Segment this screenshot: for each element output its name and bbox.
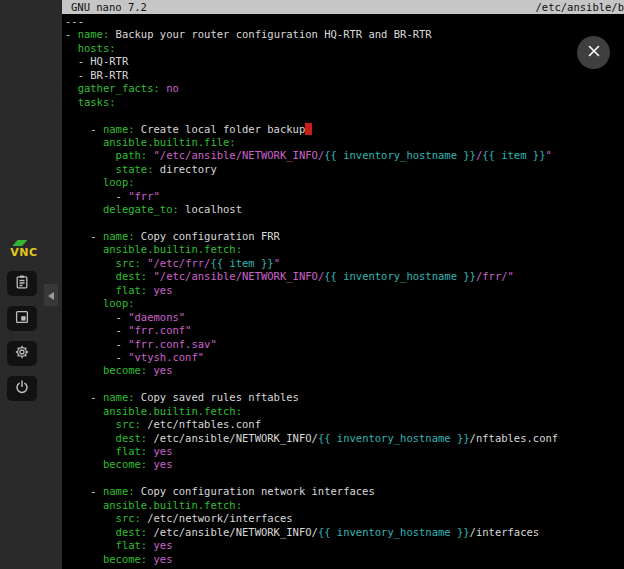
code-segment	[65, 526, 116, 538]
close-button[interactable]	[577, 36, 610, 69]
code-segment: src:	[116, 512, 141, 524]
code-line[interactable]: - name: Create local folder backup	[65, 123, 624, 136]
code-segment: "daemons"	[128, 311, 185, 323]
code-line[interactable]	[65, 109, 624, 122]
code-segment: become:	[103, 364, 147, 376]
code-segment: dest:	[116, 432, 148, 444]
code-segment	[65, 445, 116, 457]
code-segment: -	[65, 230, 103, 242]
code-line[interactable]: hosts:	[65, 42, 624, 55]
code-segment: {{ inventory_hostname }}	[324, 270, 476, 282]
code-line[interactable]: become: yes	[65, 553, 624, 566]
code-segment: yes	[154, 364, 173, 376]
code-segment: /etc/ansible/NETWORK_INFO/	[147, 526, 318, 538]
code-segment: "frr"	[128, 190, 160, 202]
code-segment: flat:	[116, 445, 148, 457]
code-line[interactable]: gather_facts: no	[65, 82, 624, 95]
code-segment: /etc/nftables.conf	[141, 418, 261, 430]
code-line[interactable]: ansible.builtin.fetch:	[65, 405, 624, 418]
code-segment: name:	[103, 391, 135, 403]
code-line[interactable]: loop:	[65, 176, 624, 189]
code-segment: localhost	[179, 203, 242, 215]
editor-content[interactable]: ---- name: Backup your router configurat…	[62, 14, 624, 566]
code-line[interactable]: - "daemons"	[65, 311, 624, 324]
code-line[interactable]: src: /etc/nftables.conf	[65, 418, 624, 431]
nano-version: GNU nano 7.2	[71, 0, 147, 14]
clipboard-button[interactable]	[7, 271, 37, 296]
power-button[interactable]	[7, 376, 37, 401]
code-segment: directory	[154, 163, 217, 175]
code-segment: ansible.builtin.fetch:	[103, 405, 242, 417]
code-segment: loop:	[103, 176, 135, 188]
code-line[interactable]: state: directory	[65, 163, 624, 176]
code-segment: ansible.builtin.file:	[103, 136, 236, 148]
code-line[interactable]: src: /etc/network/interfaces	[65, 512, 624, 525]
code-segment: state:	[116, 163, 154, 175]
code-segment: {{ item }}	[210, 257, 273, 269]
code-segment: {{ inventory_hostname }}	[318, 526, 470, 538]
code-segment: -	[65, 311, 128, 323]
code-line[interactable]: ---	[65, 15, 624, 28]
fullscreen-button[interactable]	[7, 306, 37, 331]
code-segment	[65, 42, 78, 54]
code-line[interactable]: ansible.builtin.file:	[65, 136, 624, 149]
code-line[interactable]: path: "/etc/ansible/NETWORK_INFO/{{ inve…	[65, 149, 624, 162]
code-line[interactable]: - "vtysh.conf"	[65, 351, 624, 364]
code-segment: flat:	[116, 284, 148, 296]
code-segment: -	[65, 324, 128, 336]
fullscreen-icon	[14, 309, 30, 328]
settings-button[interactable]	[7, 341, 37, 366]
code-segment	[65, 553, 103, 565]
code-line[interactable]: ansible.builtin.fetch:	[65, 499, 624, 512]
code-segment: {{ item }}	[482, 149, 545, 161]
code-line[interactable]	[65, 378, 624, 391]
control-bar-handle[interactable]	[44, 284, 58, 306]
code-line[interactable]: flat: yes	[65, 284, 624, 297]
code-line[interactable]: flat: yes	[65, 445, 624, 458]
code-line[interactable]: - BR-RTR	[65, 69, 624, 82]
code-line[interactable]: tasks:	[65, 96, 624, 109]
code-segment: yes	[154, 445, 173, 457]
code-line[interactable]: flat: yes	[65, 539, 624, 552]
code-segment: -	[65, 391, 103, 403]
code-segment: ---	[65, 15, 84, 27]
code-segment: src:	[116, 257, 141, 269]
code-segment: -	[65, 338, 128, 350]
code-segment: name:	[103, 123, 135, 135]
code-line[interactable]: - name: Copy configuration network inter…	[65, 485, 624, 498]
code-line[interactable]: - name: Copy configuration FRR	[65, 230, 624, 243]
code-line[interactable]: loop:	[65, 297, 624, 310]
code-line[interactable]: - "frr.conf.sav"	[65, 338, 624, 351]
terminal[interactable]: GNU nano 7.2 /etc/ansible/b ---- name: B…	[62, 0, 624, 569]
code-line[interactable]: - "frr"	[65, 190, 624, 203]
code-line[interactable]: dest: "/etc/ansible/NETWORK_INFO/{{ inve…	[65, 270, 624, 283]
code-segment: /etc/network/interfaces	[141, 512, 293, 524]
code-segment: - BR-RTR	[65, 69, 128, 81]
vnc-control-strip: VNC	[0, 0, 62, 569]
code-line[interactable]: delegate_to: localhost	[65, 203, 624, 216]
code-segment: hosts:	[78, 42, 116, 54]
power-icon	[14, 379, 30, 398]
code-line[interactable]	[65, 472, 624, 485]
code-line[interactable]: become: yes	[65, 458, 624, 471]
code-segment	[65, 418, 116, 430]
code-line[interactable]: - name: Backup your router configuration…	[65, 28, 624, 41]
code-line[interactable]: - "frr.conf"	[65, 324, 624, 337]
code-line[interactable]: - name: Copy saved rules nftables	[65, 391, 624, 404]
code-segment: Copy saved rules nftables	[135, 391, 299, 403]
code-segment: "	[274, 257, 280, 269]
code-segment: -	[65, 28, 78, 40]
code-line[interactable]: - HQ-RTR	[65, 55, 624, 68]
code-line[interactable]: become: yes	[65, 364, 624, 377]
gear-icon	[14, 344, 30, 363]
code-line[interactable]	[65, 217, 624, 230]
code-line[interactable]: dest: /etc/ansible/NETWORK_INFO/{{ inven…	[65, 432, 624, 445]
code-segment: become:	[103, 458, 147, 470]
code-line[interactable]: src: "/etc/frr/{{ item }}"	[65, 257, 624, 270]
code-segment	[65, 176, 103, 188]
code-segment: path:	[116, 149, 148, 161]
code-line[interactable]: ansible.builtin.fetch:	[65, 243, 624, 256]
code-line[interactable]: dest: /etc/ansible/NETWORK_INFO/{{ inven…	[65, 526, 624, 539]
code-segment	[65, 297, 103, 309]
code-segment: {{ inventory_hostname }}	[318, 432, 470, 444]
